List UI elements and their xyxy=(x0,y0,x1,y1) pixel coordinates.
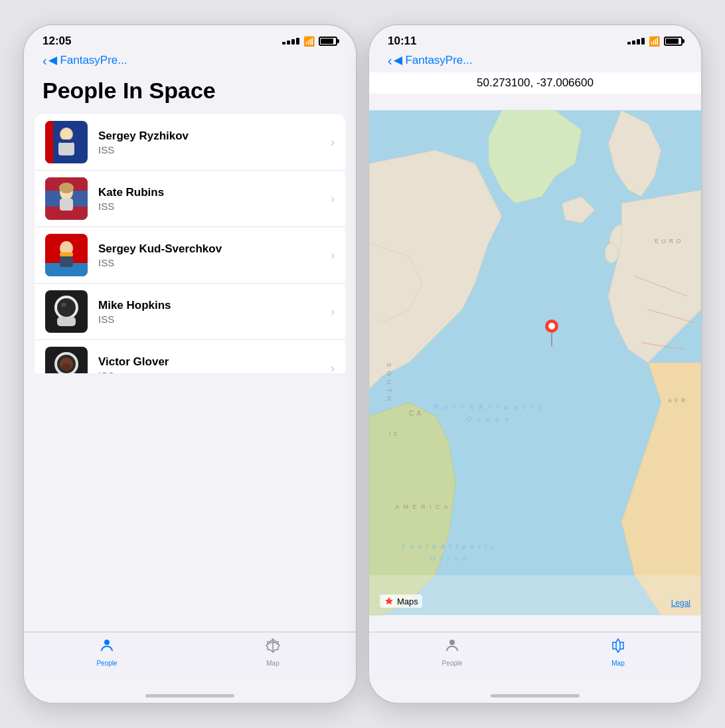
astronaut-name: Kate Rubins xyxy=(98,186,325,199)
tab-people[interactable]: People xyxy=(24,638,190,667)
coordinates-display: 50.273100, -37.006600 xyxy=(369,72,701,94)
map-svg: N o r t h A t l a n t i c O c e a n S o … xyxy=(369,94,701,632)
svg-text:N o r t h  A t l a n t i c: N o r t h A t l a n t i c xyxy=(432,403,544,410)
avatar xyxy=(45,177,88,220)
svg-text:S O U T H: S O U T H xyxy=(386,363,392,402)
list-item[interactable]: Mike Hopkins ISS › xyxy=(35,284,345,340)
list-item[interactable]: Victor Glover ISS › xyxy=(35,340,345,373)
item-info: Victor Glover ISS xyxy=(98,355,325,373)
list-item[interactable]: Kate Rubins ISS › xyxy=(35,171,345,227)
svg-text:C A: C A xyxy=(409,410,422,417)
svg-point-29 xyxy=(62,363,71,370)
left-tab-bar: People Map xyxy=(24,632,356,680)
list-item[interactable]: Sergey Ryzhikov ISS › xyxy=(35,114,345,171)
right-back-label: ◀ FantasyPre... xyxy=(394,53,473,67)
left-status-icons: 📶 xyxy=(282,36,337,46)
tab-map-label: Map xyxy=(266,660,279,667)
tab-map[interactable]: Map xyxy=(190,638,356,667)
astronaut-list: Sergey Ryzhikov ISS › xyxy=(35,114,345,373)
people-icon xyxy=(99,638,115,658)
astronaut-name: Sergey Ryzhikov xyxy=(98,130,325,143)
svg-rect-16 xyxy=(60,255,73,267)
list-item[interactable]: Sergey Kud-Sverchkov ISS › xyxy=(35,227,345,284)
astronaut-station: ISS xyxy=(98,314,325,325)
svg-text:A F R: A F R xyxy=(668,397,686,404)
svg-text:A M E R I C A: A M E R I C A xyxy=(395,503,449,510)
battery-icon xyxy=(664,37,683,46)
item-info: Sergey Ryzhikov ISS xyxy=(98,130,325,155)
avatar xyxy=(45,234,88,276)
signal-icon xyxy=(627,38,645,45)
battery-icon xyxy=(319,37,337,46)
svg-point-21 xyxy=(61,303,66,307)
astronaut-station: ISS xyxy=(98,144,325,155)
map-icon xyxy=(265,638,281,658)
chevron-right-icon: › xyxy=(331,361,335,373)
right-status-bar: 10:11 📶 xyxy=(369,25,701,52)
chevron-right-icon: › xyxy=(331,192,335,206)
right-back-link[interactable]: ‹ ◀ FantasyPre... xyxy=(388,53,683,67)
map-container[interactable]: N o r t h A t l a n t i c O c e a n S o … xyxy=(369,94,701,632)
left-back-link[interactable]: ‹ ◀ FantasyPre... xyxy=(42,53,337,67)
svg-text:O c e a n: O c e a n xyxy=(430,554,468,562)
svg-rect-6 xyxy=(60,139,73,143)
back-chevron-icon: ‹ xyxy=(42,54,47,67)
svg-point-12 xyxy=(59,183,74,193)
right-back-nav[interactable]: ‹ ◀ FantasyPre... xyxy=(369,52,701,72)
apple-maps-icon xyxy=(384,596,394,606)
map-icon xyxy=(610,638,626,658)
svg-text:i c: i c xyxy=(389,430,398,437)
left-status-bar: 12:05 📶 xyxy=(24,25,356,52)
left-back-nav[interactable]: ‹ ◀ FantasyPre... xyxy=(24,52,356,72)
right-time: 10:11 xyxy=(388,35,416,48)
svg-rect-11 xyxy=(60,199,73,211)
item-info: Kate Rubins ISS xyxy=(98,186,325,212)
left-time: 12:05 xyxy=(42,35,71,48)
map-branding: Maps xyxy=(380,594,422,608)
astronaut-name: Sergey Kud-Sverchkov xyxy=(98,242,325,256)
left-phone: 12:05 📶 ‹ ◀ FantasyPre... xyxy=(24,25,356,703)
svg-text:S o u t h  A t l a n t i c: S o u t h A t l a n t i c xyxy=(402,542,497,550)
tab-people-label: People xyxy=(96,660,117,667)
signal-icon xyxy=(282,38,299,45)
main-container: 12:05 📶 ‹ ◀ FantasyPre... xyxy=(11,12,714,716)
astronaut-list-container: Sergey Ryzhikov ISS › xyxy=(24,114,356,373)
avatar xyxy=(45,121,88,163)
people-icon xyxy=(444,638,460,658)
chevron-right-icon: › xyxy=(331,248,335,262)
svg-point-62 xyxy=(548,323,555,329)
page-title: People In Space xyxy=(24,72,356,114)
right-status-icons: 📶 xyxy=(627,36,683,46)
tab-map-label: Map xyxy=(611,660,624,667)
wifi-icon: 📶 xyxy=(303,36,315,46)
svg-rect-1 xyxy=(45,121,53,163)
right-home-indicator xyxy=(369,680,701,703)
item-info: Mike Hopkins ISS xyxy=(98,299,325,325)
svg-text:E U R O: E U R O xyxy=(655,238,682,244)
chevron-right-icon: › xyxy=(331,136,335,149)
astronaut-name: Mike Hopkins xyxy=(98,299,325,312)
back-chevron-icon: ‹ xyxy=(388,54,392,67)
tab-people-label: People xyxy=(442,660,462,667)
svg-text:O c e a n: O c e a n xyxy=(467,414,511,422)
svg-point-44 xyxy=(104,640,110,645)
wifi-icon: 📶 xyxy=(649,36,660,46)
tab-map[interactable]: Map xyxy=(535,638,701,667)
svg-rect-22 xyxy=(57,317,76,326)
item-info: Sergey Kud-Sverchkov ISS xyxy=(98,242,325,268)
astronaut-name: Victor Glover xyxy=(98,355,325,369)
avatar xyxy=(45,347,88,373)
tab-people[interactable]: People xyxy=(369,638,535,667)
svg-point-20 xyxy=(57,298,76,317)
svg-point-47 xyxy=(605,243,618,263)
svg-rect-17 xyxy=(60,252,73,256)
map-legal-link[interactable]: Legal xyxy=(671,598,690,608)
astronaut-station: ISS xyxy=(98,201,325,212)
right-phone: 10:11 📶 ‹ ◀ FantasyPre... xyxy=(369,25,701,703)
left-back-label: ◀ FantasyPre... xyxy=(48,53,127,67)
astronaut-station: ISS xyxy=(98,257,325,268)
avatar xyxy=(45,290,88,333)
left-home-indicator xyxy=(24,680,356,703)
chevron-right-icon: › xyxy=(331,305,335,319)
right-tab-bar: People Map xyxy=(369,632,701,680)
